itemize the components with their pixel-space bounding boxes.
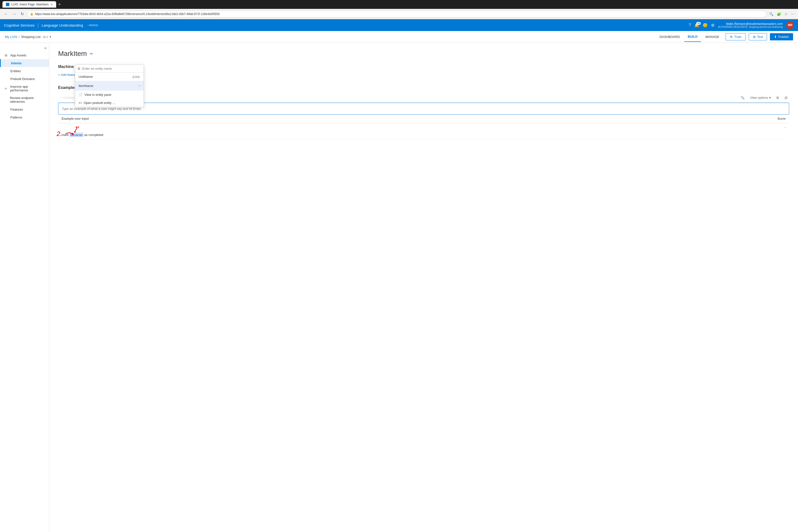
- examples-table: Example user input Score: [58, 115, 789, 139]
- view-entity-icon: 📄: [79, 93, 82, 97]
- sidebar-item-patterns[interactable]: Patterns: [0, 113, 49, 121]
- version-badge: v0.1: [43, 36, 48, 38]
- tab-favicon: [6, 3, 10, 6]
- address-bar[interactable]: 🔒 https://www.luis.ai/applications/e7763…: [27, 11, 767, 18]
- view-entity-label: View in entity pane: [84, 93, 111, 97]
- refresh-button[interactable]: ↻: [19, 11, 25, 17]
- search-toolbar-button[interactable]: 🔍: [739, 95, 746, 100]
- breadcrumb-chevron-icon[interactable]: ▾: [50, 35, 51, 39]
- sidebar-label-review: Review endpoint utterances: [10, 96, 45, 103]
- emoji-button[interactable]: 😊: [703, 23, 708, 27]
- add-feature-button[interactable]: + Add feature: [58, 72, 77, 78]
- entity-item-unitname[interactable]: UnitName (List) ›: [75, 73, 144, 81]
- utterance-cell: mark bananas as completed: [58, 123, 616, 139]
- train-button[interactable]: ⚙ Train: [726, 33, 745, 40]
- breadcrumb-home[interactable]: My LUIS: [5, 35, 17, 39]
- back-button[interactable]: ←: [2, 11, 10, 17]
- intents-icon: [5, 61, 8, 65]
- edit-intent-name-button[interactable]: ✏: [90, 52, 93, 56]
- notifications-button[interactable]: 🔔 25: [694, 23, 699, 27]
- sidebar-collapse-button[interactable]: «: [0, 45, 49, 51]
- utterance-text-before: mark: [61, 133, 70, 137]
- view-options-button[interactable]: View options ▾: [748, 95, 772, 100]
- browser-tab[interactable]: LUIS: Intent Page: MarkItem ✕: [2, 1, 56, 8]
- open-prebuilt-icon: 🏷: [79, 101, 82, 105]
- lock-icon: 🔒: [30, 12, 34, 16]
- ml-features-header: Machine learning features ?: [58, 64, 789, 69]
- content-area: MarkItem ✏ Machine learning features ? +…: [49, 43, 798, 532]
- score-value: -: [785, 126, 786, 129]
- tab-build[interactable]: BUILD: [684, 32, 701, 42]
- search-icon[interactable]: 🔍: [768, 11, 774, 17]
- sliders-icon: ≡: [4, 87, 8, 90]
- svg-point-0: [76, 127, 77, 128]
- examples-toolbar: ✓ Confirm all entities ⎘ Move to ▾ 🗑 Del…: [58, 93, 789, 103]
- settings-gear-button[interactable]: ⚙: [711, 23, 715, 27]
- entity-search-input[interactable]: [82, 67, 141, 71]
- new-tab-button[interactable]: +: [58, 2, 61, 7]
- entity-item-itemname[interactable]: ItemName ›: [75, 81, 144, 91]
- publish-button[interactable]: ⬆ Publish: [770, 33, 793, 40]
- breadcrumb: My LUIS / Shopping List v0.1 ▾: [5, 35, 51, 39]
- add-feature-label: + Add feature: [58, 73, 77, 77]
- open-prebuilt-action[interactable]: 🏷 Open prebuilt entity ...: [75, 99, 144, 107]
- extensions-icon[interactable]: 🧩: [776, 11, 782, 17]
- publish-icon: ⬆: [774, 35, 777, 39]
- filter-button[interactable]: ⊞: [775, 95, 780, 100]
- utterance-entity-token[interactable]: bananas: [70, 133, 83, 137]
- annotation-arrow: [69, 126, 84, 133]
- mention-button[interactable]: @: [783, 95, 789, 100]
- sidebar: « ⊞ App Assets Intents Entities Prebuilt…: [0, 43, 49, 532]
- browser-nav: ← → ↻ 🔒 https://www.luis.ai/applications…: [0, 9, 798, 19]
- examples-title: Examples: [58, 86, 77, 90]
- user-avatar[interactable]: MR: [786, 21, 794, 29]
- col-example-input: Example user input: [58, 115, 616, 123]
- sidebar-item-entities[interactable]: Entities: [0, 67, 49, 75]
- help-button[interactable]: ?: [689, 23, 691, 27]
- example-utterance-input[interactable]: [58, 103, 789, 115]
- sidebar-label-patterns: Patterns: [10, 115, 22, 119]
- sidebar-label-intents: Intents: [11, 61, 22, 65]
- sidebar-item-improve-app[interactable]: ≡ Improve app performance: [0, 83, 49, 94]
- test-button[interactable]: ⊞ Test: [749, 33, 767, 40]
- tab-title: LUIS: Intent Page: MarkItem: [11, 3, 49, 6]
- grid-icon: ⊞: [4, 53, 8, 57]
- sidebar-label-improve: Improve app performance: [10, 85, 45, 92]
- toolbar-right: 🔍 View options ▾ ⊞ @: [739, 95, 789, 100]
- sidebar-item-app-assets[interactable]: ⊞ App Assets: [0, 51, 49, 59]
- examples-header: Examples ?: [58, 86, 789, 90]
- table-row: mark bananas as completed -: [58, 123, 789, 139]
- brand-label: Cognitive Services: [4, 23, 35, 27]
- test-icon: ⊞: [753, 35, 756, 39]
- entity-type-unitname: (List): [132, 75, 139, 79]
- svg-line-2: [75, 128, 77, 132]
- examples-section: Examples ? ✓ Confirm all entities ⎘ Move…: [58, 86, 789, 139]
- settings-icon[interactable]: ⋯: [790, 11, 796, 17]
- sidebar-label-app-assets: App Assets: [10, 54, 26, 57]
- main-layout: « ⊞ App Assets Intents Entities Prebuilt…: [0, 43, 798, 532]
- entities-icon: [4, 69, 8, 73]
- features-icon: [4, 108, 8, 111]
- tab-close-icon[interactable]: ✕: [51, 3, 53, 6]
- view-options-label: View options: [750, 96, 768, 99]
- breadcrumb-separator: /: [19, 35, 20, 39]
- tab-manage[interactable]: MANAGE: [702, 32, 723, 42]
- entity-expand-icon-itemname: ›: [139, 84, 140, 88]
- sidebar-item-intents[interactable]: Intents: [0, 59, 49, 67]
- view-entity-pane-action[interactable]: 📄 View in entity pane: [75, 91, 144, 99]
- utterance-text-after: as completed: [84, 133, 103, 137]
- sidebar-item-features[interactable]: Features: [0, 106, 49, 113]
- sidebar-item-prebuilt-domains[interactable]: Prebuilt Domains: [0, 75, 49, 83]
- top-nav: My LUIS / Shopping List v0.1 ▾ DASHBOARD…: [0, 31, 798, 43]
- url-text: https://www.luis.ai/applications/e7763af…: [35, 12, 220, 16]
- forward-button[interactable]: →: [11, 11, 18, 17]
- prebuilt-icon: [4, 77, 8, 81]
- patterns-icon: [4, 115, 8, 119]
- favorites-icon[interactable]: ☆: [783, 11, 788, 17]
- sidebar-label-entities: Entities: [10, 69, 21, 73]
- entity-search-bar: ⊞: [75, 65, 144, 73]
- user-resource: AUTHORING RESOURCE: shopping-list-bot-lu…: [718, 25, 783, 28]
- tab-dashboard[interactable]: DASHBOARD: [656, 32, 683, 42]
- sidebar-item-review-endpoint[interactable]: Review endpoint utterances: [0, 94, 49, 106]
- intent-title-section: MarkItem ✏: [58, 50, 789, 58]
